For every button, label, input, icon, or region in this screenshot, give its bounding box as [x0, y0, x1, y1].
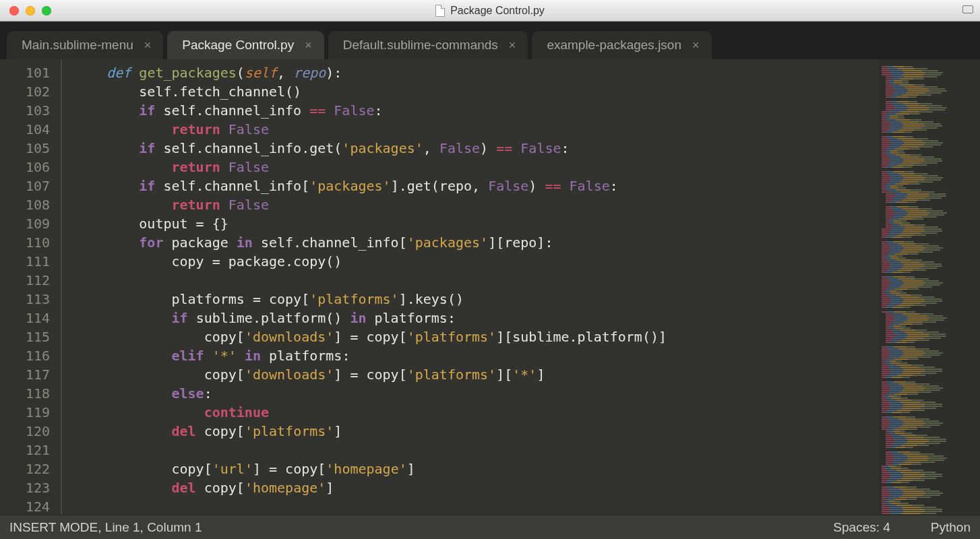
code-line: if self.channel_info == False:: [74, 101, 879, 120]
token-str: 'platforms': [309, 291, 398, 307]
code-line: else:: [74, 384, 879, 403]
code-line: copy['downloads'] = copy['platforms']['*…: [74, 365, 879, 384]
token-id: copy[: [204, 367, 245, 383]
minimap[interactable]: [879, 59, 980, 515]
token-id: copy[: [204, 423, 245, 439]
code-line: [74, 441, 879, 459]
token-str: 'platforms': [407, 329, 496, 345]
code-line: def get_packages(self, repo):: [74, 63, 879, 82]
token-kw2: if: [139, 140, 163, 156]
token-const: False: [439, 140, 480, 156]
token-str: 'homepage': [326, 461, 406, 477]
window-title: Package Control.py: [450, 5, 545, 17]
token-str: 'packages': [309, 178, 390, 194]
tab-label: Package Control.py: [182, 38, 294, 53]
minimize-window-button[interactable]: [26, 6, 35, 15]
token-kw2: if: [139, 102, 163, 119]
token-ret: return: [172, 121, 228, 137]
token-id: [237, 348, 245, 364]
code-line: return False: [74, 158, 879, 177]
token-const: False: [228, 159, 269, 175]
token-id: package: [172, 234, 237, 251]
token-fn: get_packages: [139, 65, 237, 81]
line-number: 101: [0, 63, 61, 82]
line-number: 105: [0, 139, 61, 158]
token-punc: ): [480, 140, 496, 156]
line-number: 120: [0, 422, 61, 441]
token-kw2: in: [245, 348, 269, 364]
close-tab-icon[interactable]: ×: [305, 39, 312, 51]
token-id: ]: [407, 461, 415, 477]
line-number: 104: [0, 120, 61, 139]
token-op: ==: [309, 102, 334, 119]
token-id: ].get(repo,: [391, 178, 489, 194]
token-id: sublime.platform(): [196, 310, 350, 326]
token-ret: return: [172, 159, 228, 175]
token-id: copy[: [204, 480, 245, 496]
line-number: 122: [0, 459, 61, 478]
token-ret: del: [172, 480, 204, 496]
token-str: 'packages': [407, 234, 488, 251]
tab-default-sublime-commands[interactable]: Default.sublime-commands×: [328, 31, 528, 59]
token-ret: continue: [204, 404, 269, 420]
token-ret: return: [172, 197, 228, 213]
line-number: 108: [0, 195, 61, 214]
code-view[interactable]: def get_packages(self, repo): self.fetch…: [62, 59, 879, 515]
token-id: self.channel_info[: [163, 178, 309, 194]
tab-package-control-py[interactable]: Package Control.py×: [167, 31, 324, 59]
line-number: 110: [0, 233, 61, 252]
line-number: 118: [0, 384, 61, 403]
code-line: if self.channel_info.get('packages', Fal…: [74, 139, 879, 158]
token-id: ][repo]:: [488, 234, 553, 251]
status-syntax[interactable]: Python: [931, 520, 971, 535]
line-number: 115: [0, 327, 61, 346]
token-kw2: in: [350, 310, 374, 326]
close-tab-icon[interactable]: ×: [509, 39, 516, 51]
token-const: False: [488, 178, 528, 194]
token-const: False: [228, 121, 269, 137]
token-punc: :: [610, 178, 618, 194]
token-punc: ,: [277, 65, 293, 81]
tab-example-packages-json[interactable]: example-packages.json×: [532, 31, 711, 59]
token-id: ] = copy[: [334, 329, 406, 345]
line-number: 111: [0, 252, 61, 271]
fullscreen-button[interactable]: [962, 5, 973, 13]
code-line: copy['downloads'] = copy['platforms'][su…: [74, 327, 879, 346]
token-str: 'downloads': [245, 367, 334, 383]
close-window-button[interactable]: [9, 6, 19, 15]
token-punc: ,: [423, 140, 439, 156]
close-tab-icon[interactable]: ×: [692, 39, 700, 51]
token-const: False: [520, 140, 561, 156]
code-line: elif '*' in platforms:: [74, 346, 879, 365]
token-id: self.channel_info.get(: [163, 140, 342, 156]
line-number: 116: [0, 346, 61, 365]
token-str: 'packages': [342, 140, 423, 156]
zoom-window-button[interactable]: [42, 6, 51, 15]
tab-label: Default.sublime-commands: [343, 38, 498, 53]
token-punc: :: [561, 140, 570, 156]
code-line: return False: [74, 195, 879, 214]
code-line: self.fetch_channel(): [74, 82, 879, 101]
close-tab-icon[interactable]: ×: [144, 39, 152, 51]
document-icon: [435, 5, 445, 17]
token-punc: ):: [326, 65, 342, 81]
token-id: platforms:: [269, 348, 350, 364]
token-id: self.channel_info[: [261, 234, 407, 251]
line-number: 112: [0, 271, 61, 290]
status-indent[interactable]: Spaces: 4: [833, 520, 890, 535]
token-kw2: else: [172, 385, 204, 402]
token-id: ] = copy[: [253, 461, 326, 477]
editor-area: 1011021031041051061071081091101111121131…: [0, 59, 980, 515]
code-line: [74, 497, 879, 515]
token-id: ]: [326, 480, 334, 496]
token-id: platforms:: [375, 310, 456, 326]
token-op: ==: [496, 140, 520, 156]
token-op: ==: [545, 178, 569, 194]
code-line: return False: [74, 120, 879, 139]
tab-main-sublime-menu[interactable]: Main.sublime-menu×: [7, 31, 163, 59]
line-number: 119: [0, 403, 61, 422]
token-const: False: [334, 102, 374, 119]
token-punc: (: [237, 65, 245, 81]
token-id: ][: [496, 367, 512, 383]
token-str: 'homepage': [245, 480, 326, 496]
